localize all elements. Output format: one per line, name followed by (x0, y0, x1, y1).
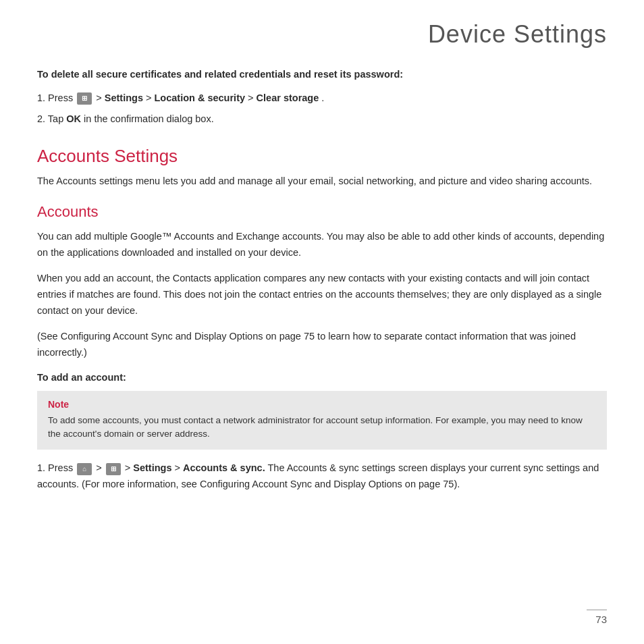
page-number: 73 (595, 614, 607, 625)
step1-end: . (321, 92, 324, 103)
settings-label: Settings (105, 92, 143, 103)
note-text: To add some accounts, you must contact a… (48, 414, 596, 442)
accounts-step1-rest: The Accounts & sync settings screen disp… (37, 462, 599, 489)
accounts-sync-label: Accounts & sync. (183, 462, 265, 473)
location-security-label: Location & security (154, 92, 245, 103)
note-box: Note To add some accounts, you must cont… (37, 391, 607, 450)
accounts-settings-section: Accounts Settings The Accounts settings … (37, 146, 607, 190)
accounts-para2: When you add an account, the Contacts ap… (37, 271, 607, 319)
accounts-step1-mid1: > (96, 462, 105, 473)
sep2: > (248, 92, 257, 103)
intro-section: To delete all secure certificates and re… (37, 68, 607, 127)
clear-storage-label: Clear storage (257, 92, 319, 103)
step2-end: in the confirmation dialog box. (84, 113, 214, 124)
accounts-para3: (See Configuring Account Sync and Displa… (37, 329, 607, 361)
home-icon: ⌂ (77, 463, 92, 475)
menu-icon: ⊞ (77, 92, 92, 105)
ok-label: OK (66, 113, 81, 124)
step1-line: 1. Press ⊞ > Settings > Location & secur… (37, 90, 607, 106)
step2-prefix: 2. Tap (37, 113, 66, 124)
sep1: > (146, 92, 155, 103)
page-title: Device Settings (37, 20, 607, 49)
step1-middle: > (96, 92, 105, 103)
accounts-settings-heading: Accounts Settings (37, 146, 607, 167)
accounts-step1-mid2: > (125, 462, 134, 473)
settings-label-2: Settings (133, 462, 171, 473)
accounts-section: Accounts You can add multiple Google™ Ac… (37, 203, 607, 492)
accounts-heading: Accounts (37, 203, 607, 221)
step2-line: 2. Tap OK in the confirmation dialog box… (37, 111, 607, 127)
accounts-step1-prefix: 1. Press (37, 462, 76, 473)
menu-icon-2: ⊞ (106, 463, 121, 475)
accounts-settings-description: The Accounts settings menu lets you add … (37, 173, 607, 190)
accounts-step1: 1. Press ⌂ > ⊞ > Settings > Accounts & s… (37, 460, 607, 491)
accounts-step1-sep: > (175, 462, 184, 473)
page-divider (587, 610, 607, 610)
note-label: Note (48, 399, 596, 410)
step1-prefix: 1. Press (37, 92, 76, 103)
accounts-para1: You can add multiple Google™ Accounts an… (37, 229, 607, 261)
intro-heading: To delete all secure certificates and re… (37, 68, 607, 82)
to-add-account-heading: To add an account: (37, 372, 607, 383)
